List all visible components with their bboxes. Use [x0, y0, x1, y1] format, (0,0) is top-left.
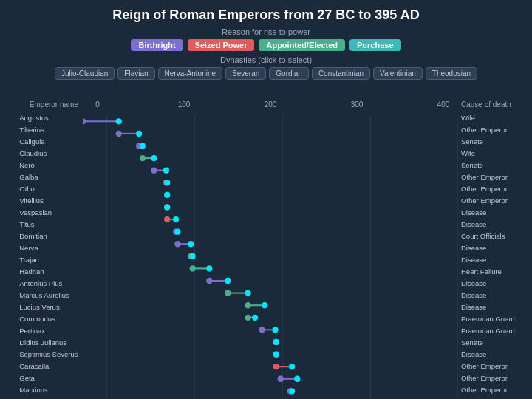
cause-geta: Other Emperor — [461, 372, 532, 384]
svg-point-67 — [289, 364, 295, 369]
dynasty-pill-gordian[interactable]: Gordian — [269, 67, 309, 80]
cause-augustus: Wife — [461, 112, 532, 124]
cause-otho: Other Emperor — [461, 183, 532, 195]
cause-commodus: Praetorian Guard — [461, 313, 532, 325]
axis-tick-0: 0 — [83, 100, 112, 109]
dynasty-pill-nerva-antonine[interactable]: Nerva-Antonine — [158, 67, 222, 80]
cause-antonius-pius: Disease — [461, 278, 532, 290]
cause-nero: Senate — [461, 160, 532, 171]
emperor-name-commodus: Commodus — [19, 313, 78, 325]
pill-seized[interactable]: Seized Power — [188, 39, 255, 51]
cause-septimius-severus: Disease — [461, 349, 532, 361]
svg-point-48 — [225, 290, 231, 296]
cause-domitian: Court Officials — [461, 231, 532, 242]
pill-appointed[interactable]: Appointed/Elected — [259, 39, 345, 51]
pill-purchase[interactable]: Purchase — [349, 39, 401, 51]
svg-point-36 — [174, 241, 180, 247]
emperor-name-hadrian: Hadrian — [19, 266, 78, 278]
cause-header: Cause of death — [461, 98, 532, 112]
emperor-name-geta: Geta — [19, 372, 78, 384]
svg-point-13 — [140, 143, 146, 149]
svg-point-51 — [245, 302, 251, 308]
cause-hadrian: Heart Failure — [461, 266, 532, 278]
svg-point-15 — [140, 155, 146, 161]
legend-title: Reason for rise to power — [222, 27, 310, 36]
chart-svg — [83, 115, 458, 399]
svg-point-46 — [225, 278, 231, 284]
svg-point-66 — [273, 364, 279, 369]
svg-point-40 — [190, 253, 196, 259]
cause-caligula: Senate — [461, 136, 532, 148]
dynasty-pills: Julio-ClaudianFlavianNerva-AntonineSever… — [55, 67, 477, 80]
svg-point-64 — [273, 351, 279, 357]
page: Reign of Roman Emperors from 27 BC to 39… — [0, 0, 532, 399]
cause-didius-julianus: Senate — [461, 337, 532, 349]
dynasty-pill-severan[interactable]: Severan — [225, 67, 266, 80]
emperor-name-marcus-aurelius: Marcus Aurelius — [19, 290, 78, 301]
emperor-name-augustus: Augustus — [19, 112, 78, 124]
page-title: Reign of Roman Emperors from 27 BC to 39… — [112, 7, 419, 23]
svg-point-57 — [259, 327, 265, 332]
svg-point-25 — [164, 192, 170, 198]
svg-point-58 — [272, 327, 278, 332]
axis-tick-100: 100 — [169, 100, 199, 109]
emperor-name-caracalla: Caracalla — [19, 361, 78, 372]
dynasty-pill-theodosian[interactable]: Theodosian — [426, 67, 477, 80]
svg-point-16 — [151, 155, 157, 161]
cause-claudius: Wife — [461, 148, 532, 160]
emperor-name-nero: Nero — [19, 160, 78, 171]
emperor-name-septimius-severus: Septimius Severus — [19, 349, 78, 361]
svg-point-18 — [151, 168, 157, 174]
cause-labels: Cause of death WifeOther EmperorSenateWi… — [458, 86, 532, 399]
cause-tiberius: Other Emperor — [461, 124, 532, 136]
emperor-name-trajan: Trajan — [19, 254, 78, 266]
svg-point-70 — [294, 376, 300, 382]
emperor-name-claudius: Claudius — [19, 148, 78, 160]
emperor-name-elagabalus: Elagabalus — [19, 396, 78, 399]
svg-point-42 — [190, 265, 196, 271]
svg-point-30 — [164, 216, 170, 222]
axis-tick-200: 200 — [256, 100, 285, 109]
cause-pertinax: Praetorian Guard — [461, 325, 532, 337]
cause-lucius-verus: Disease — [461, 301, 532, 313]
emperor-name-domitian: Domitian — [19, 231, 78, 242]
emperor-name-lucius-verus: Lucius Verus — [19, 301, 78, 313]
emperor-name-didius-julianus: Didius Julianus — [19, 337, 78, 349]
cause-titus: Disease — [461, 219, 532, 231]
svg-point-55 — [252, 315, 258, 321]
emperor-name-titus: Titus — [19, 219, 78, 231]
svg-point-10 — [136, 131, 142, 137]
svg-point-28 — [164, 204, 170, 210]
dynasty-pill-valentinian[interactable]: Valentinian — [373, 67, 423, 80]
svg-point-19 — [163, 168, 169, 174]
dynasty-pill-julio-claudian[interactable]: Julio-Claudian — [55, 67, 115, 80]
svg-point-9 — [116, 131, 122, 137]
svg-point-7 — [116, 118, 122, 124]
cause-elagabalus: Praetorian Guard — [461, 396, 532, 399]
dynasty-title: Dynasties (click to select) — [220, 55, 312, 64]
svg-point-73 — [289, 388, 295, 394]
chart-main: 0100200300400 — [83, 86, 458, 399]
emperor-name-antonius-pius: Antonius Pius — [19, 278, 78, 290]
cause-macrinus: Other Emperor — [461, 384, 532, 396]
emperor-name-nerva: Nerva — [19, 242, 78, 254]
axis-tick-400: 400 — [429, 100, 458, 109]
svg-point-6 — [83, 118, 86, 124]
dynasty-pill-constantinian[interactable]: Constantinian — [312, 67, 370, 80]
svg-point-34 — [174, 228, 180, 234]
legend-pills: Birthright Seized Power Appointed/Electe… — [131, 39, 400, 51]
emperor-name-macrinus: Macrinus — [19, 384, 78, 396]
emperor-name-otho: Otho — [19, 183, 78, 195]
svg-point-45 — [206, 278, 212, 284]
cause-vitellius: Other Emperor — [461, 195, 532, 207]
pill-birthright[interactable]: Birthright — [131, 39, 183, 51]
emperor-name-pertinax: Pertinax — [19, 325, 78, 337]
cause-galba: Other Emperor — [461, 171, 532, 183]
dynasty-pill-flavian[interactable]: Flavian — [117, 67, 154, 80]
emperor-name-tiberius: Tiberius — [19, 124, 78, 136]
cause-vespasian: Disease — [461, 207, 532, 219]
cause-trajan: Disease — [461, 254, 532, 266]
emperor-name-header: Emperor name — [30, 98, 78, 112]
svg-point-22 — [164, 180, 170, 185]
emperor-name-vespasian: Vespasian — [19, 207, 78, 219]
